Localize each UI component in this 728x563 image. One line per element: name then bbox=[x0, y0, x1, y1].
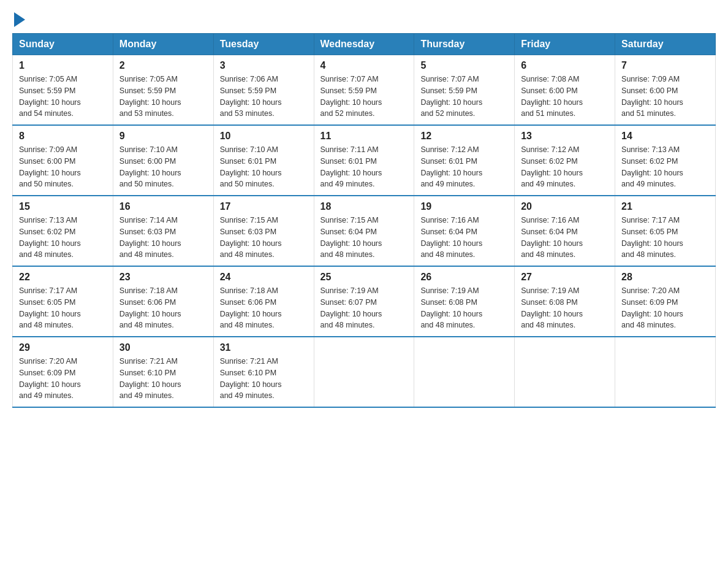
calendar-table: SundayMondayTuesdayWednesdayThursdayFrid… bbox=[12, 33, 716, 408]
day-number: 24 bbox=[220, 272, 308, 283]
day-info: Sunrise: 7:14 AMSunset: 6:03 PMDaylight:… bbox=[119, 216, 181, 259]
calendar-cell: 19 Sunrise: 7:16 AMSunset: 6:04 PMDaylig… bbox=[414, 196, 515, 266]
calendar-cell: 31 Sunrise: 7:21 AMSunset: 6:10 PMDaylig… bbox=[213, 337, 314, 407]
header-wednesday: Wednesday bbox=[314, 34, 414, 55]
header-sunday: Sunday bbox=[13, 34, 113, 55]
day-number: 12 bbox=[420, 131, 508, 142]
day-number: 9 bbox=[119, 131, 207, 142]
day-info: Sunrise: 7:17 AMSunset: 6:05 PMDaylight:… bbox=[621, 216, 683, 259]
calendar-cell bbox=[414, 337, 515, 407]
day-info: Sunrise: 7:05 AMSunset: 5:59 PMDaylight:… bbox=[119, 75, 181, 118]
day-info: Sunrise: 7:07 AMSunset: 5:59 PMDaylight:… bbox=[420, 75, 482, 118]
calendar-cell: 14 Sunrise: 7:13 AMSunset: 6:02 PMDaylig… bbox=[615, 125, 716, 196]
calendar-cell: 30 Sunrise: 7:21 AMSunset: 6:10 PMDaylig… bbox=[113, 337, 213, 407]
day-info: Sunrise: 7:13 AMSunset: 6:02 PMDaylight:… bbox=[19, 216, 81, 259]
calendar-cell: 20 Sunrise: 7:16 AMSunset: 6:04 PMDaylig… bbox=[515, 196, 615, 266]
calendar-cell bbox=[615, 337, 716, 407]
day-info: Sunrise: 7:19 AMSunset: 6:07 PMDaylight:… bbox=[320, 286, 382, 329]
day-number: 5 bbox=[420, 60, 508, 71]
logo bbox=[12, 12, 25, 27]
day-info: Sunrise: 7:18 AMSunset: 6:06 PMDaylight:… bbox=[119, 286, 181, 329]
day-info: Sunrise: 7:17 AMSunset: 6:05 PMDaylight:… bbox=[19, 286, 81, 329]
calendar-body: 1 Sunrise: 7:05 AMSunset: 5:59 PMDayligh… bbox=[13, 55, 716, 408]
day-info: Sunrise: 7:05 AMSunset: 5:59 PMDaylight:… bbox=[19, 75, 81, 118]
week-row-2: 8 Sunrise: 7:09 AMSunset: 6:00 PMDayligh… bbox=[13, 125, 716, 196]
day-number: 17 bbox=[220, 201, 308, 212]
day-number: 3 bbox=[220, 60, 308, 71]
day-info: Sunrise: 7:11 AMSunset: 6:01 PMDaylight:… bbox=[320, 145, 382, 188]
header-saturday: Saturday bbox=[615, 34, 716, 55]
calendar-cell: 22 Sunrise: 7:17 AMSunset: 6:05 PMDaylig… bbox=[13, 266, 113, 337]
week-row-3: 15 Sunrise: 7:13 AMSunset: 6:02 PMDaylig… bbox=[13, 196, 716, 266]
week-row-5: 29 Sunrise: 7:20 AMSunset: 6:09 PMDaylig… bbox=[13, 337, 716, 407]
day-info: Sunrise: 7:06 AMSunset: 5:59 PMDaylight:… bbox=[220, 75, 282, 118]
day-info: Sunrise: 7:16 AMSunset: 6:04 PMDaylight:… bbox=[420, 216, 482, 259]
logo-triangle-icon bbox=[14, 12, 25, 27]
week-row-1: 1 Sunrise: 7:05 AMSunset: 5:59 PMDayligh… bbox=[13, 55, 716, 126]
calendar-cell bbox=[515, 337, 615, 407]
day-number: 2 bbox=[119, 60, 207, 71]
day-number: 30 bbox=[119, 342, 207, 353]
day-info: Sunrise: 7:18 AMSunset: 6:06 PMDaylight:… bbox=[220, 286, 282, 329]
day-number: 13 bbox=[521, 131, 609, 142]
calendar-cell: 11 Sunrise: 7:11 AMSunset: 6:01 PMDaylig… bbox=[314, 125, 414, 196]
calendar-cell: 15 Sunrise: 7:13 AMSunset: 6:02 PMDaylig… bbox=[13, 196, 113, 266]
calendar-cell: 6 Sunrise: 7:08 AMSunset: 6:00 PMDayligh… bbox=[515, 55, 615, 126]
day-info: Sunrise: 7:20 AMSunset: 6:09 PMDaylight:… bbox=[19, 357, 81, 400]
day-number: 18 bbox=[320, 201, 408, 212]
day-number: 15 bbox=[19, 201, 107, 212]
calendar-cell: 13 Sunrise: 7:12 AMSunset: 6:02 PMDaylig… bbox=[515, 125, 615, 196]
day-info: Sunrise: 7:07 AMSunset: 5:59 PMDaylight:… bbox=[320, 75, 382, 118]
calendar-cell: 25 Sunrise: 7:19 AMSunset: 6:07 PMDaylig… bbox=[314, 266, 414, 337]
day-number: 1 bbox=[19, 60, 107, 71]
day-info: Sunrise: 7:15 AMSunset: 6:04 PMDaylight:… bbox=[320, 216, 382, 259]
calendar-cell: 26 Sunrise: 7:19 AMSunset: 6:08 PMDaylig… bbox=[414, 266, 515, 337]
day-info: Sunrise: 7:19 AMSunset: 6:08 PMDaylight:… bbox=[521, 286, 583, 329]
week-row-4: 22 Sunrise: 7:17 AMSunset: 6:05 PMDaylig… bbox=[13, 266, 716, 337]
day-number: 19 bbox=[420, 201, 508, 212]
calendar-cell: 12 Sunrise: 7:12 AMSunset: 6:01 PMDaylig… bbox=[414, 125, 515, 196]
day-info: Sunrise: 7:19 AMSunset: 6:08 PMDaylight:… bbox=[420, 286, 482, 329]
day-info: Sunrise: 7:12 AMSunset: 6:02 PMDaylight:… bbox=[521, 145, 583, 188]
calendar-cell: 8 Sunrise: 7:09 AMSunset: 6:00 PMDayligh… bbox=[13, 125, 113, 196]
day-info: Sunrise: 7:10 AMSunset: 6:01 PMDaylight:… bbox=[220, 145, 282, 188]
day-number: 4 bbox=[320, 60, 408, 71]
day-info: Sunrise: 7:12 AMSunset: 6:01 PMDaylight:… bbox=[420, 145, 482, 188]
calendar-cell: 9 Sunrise: 7:10 AMSunset: 6:00 PMDayligh… bbox=[113, 125, 213, 196]
day-number: 16 bbox=[119, 201, 207, 212]
day-number: 10 bbox=[220, 131, 308, 142]
calendar-header: SundayMondayTuesdayWednesdayThursdayFrid… bbox=[13, 34, 716, 55]
day-number: 29 bbox=[19, 342, 107, 353]
calendar-cell: 29 Sunrise: 7:20 AMSunset: 6:09 PMDaylig… bbox=[13, 337, 113, 407]
day-number: 31 bbox=[220, 342, 308, 353]
calendar-cell: 10 Sunrise: 7:10 AMSunset: 6:01 PMDaylig… bbox=[213, 125, 314, 196]
calendar-cell: 5 Sunrise: 7:07 AMSunset: 5:59 PMDayligh… bbox=[414, 55, 515, 126]
day-info: Sunrise: 7:15 AMSunset: 6:03 PMDaylight:… bbox=[220, 216, 282, 259]
header-monday: Monday bbox=[113, 34, 213, 55]
calendar-cell: 2 Sunrise: 7:05 AMSunset: 5:59 PMDayligh… bbox=[113, 55, 213, 126]
page-header bbox=[12, 12, 716, 27]
calendar-cell: 21 Sunrise: 7:17 AMSunset: 6:05 PMDaylig… bbox=[615, 196, 716, 266]
day-info: Sunrise: 7:08 AMSunset: 6:00 PMDaylight:… bbox=[521, 75, 583, 118]
header-thursday: Thursday bbox=[414, 34, 515, 55]
calendar-cell: 23 Sunrise: 7:18 AMSunset: 6:06 PMDaylig… bbox=[113, 266, 213, 337]
day-info: Sunrise: 7:10 AMSunset: 6:00 PMDaylight:… bbox=[119, 145, 181, 188]
day-info: Sunrise: 7:21 AMSunset: 6:10 PMDaylight:… bbox=[119, 357, 181, 400]
day-number: 25 bbox=[320, 272, 408, 283]
day-number: 11 bbox=[320, 131, 408, 142]
day-number: 27 bbox=[521, 272, 609, 283]
header-tuesday: Tuesday bbox=[213, 34, 314, 55]
calendar-cell: 18 Sunrise: 7:15 AMSunset: 6:04 PMDaylig… bbox=[314, 196, 414, 266]
day-info: Sunrise: 7:21 AMSunset: 6:10 PMDaylight:… bbox=[220, 357, 282, 400]
day-number: 7 bbox=[621, 60, 709, 71]
day-number: 21 bbox=[621, 201, 709, 212]
day-number: 23 bbox=[119, 272, 207, 283]
day-info: Sunrise: 7:16 AMSunset: 6:04 PMDaylight:… bbox=[521, 216, 583, 259]
day-number: 14 bbox=[621, 131, 709, 142]
calendar-cell: 3 Sunrise: 7:06 AMSunset: 5:59 PMDayligh… bbox=[213, 55, 314, 126]
day-number: 8 bbox=[19, 131, 107, 142]
calendar-cell: 7 Sunrise: 7:09 AMSunset: 6:00 PMDayligh… bbox=[615, 55, 716, 126]
day-info: Sunrise: 7:09 AMSunset: 6:00 PMDaylight:… bbox=[19, 145, 81, 188]
calendar-cell: 27 Sunrise: 7:19 AMSunset: 6:08 PMDaylig… bbox=[515, 266, 615, 337]
calendar-cell: 17 Sunrise: 7:15 AMSunset: 6:03 PMDaylig… bbox=[213, 196, 314, 266]
